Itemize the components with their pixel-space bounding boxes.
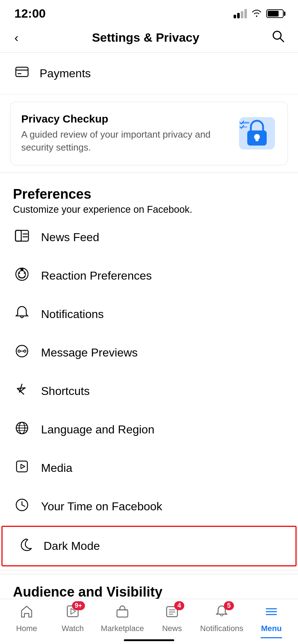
nav-marketplace[interactable]: Marketplace [101, 604, 144, 633]
nav-home[interactable]: Home [9, 604, 45, 633]
header: ‹ Settings & Privacy [0, 24, 298, 53]
privacy-card-image [237, 115, 277, 151]
status-bar: 12:00 [0, 0, 298, 24]
privacy-card-title: Privacy Checkup [21, 113, 230, 125]
svg-rect-8 [256, 137, 258, 141]
section-divider-2 [0, 570, 298, 570]
nav-notifications[interactable]: 5 Notifications [200, 604, 243, 633]
news-label: News [162, 624, 182, 633]
svg-rect-39 [117, 610, 128, 617]
message-icon [13, 343, 31, 363]
menu-label: Menu [261, 624, 281, 633]
globe-icon [13, 420, 31, 440]
dark-mode-menu-item[interactable]: Dark Mode [1, 526, 297, 566]
watch-icon: 9+ [66, 604, 80, 622]
bottom-nav: Home 9+ Watch Marketplace [0, 599, 298, 644]
svg-point-17 [21, 268, 23, 271]
svg-marker-33 [21, 464, 25, 469]
time-on-facebook-label: Your Time on Facebook [41, 500, 162, 513]
payments-menu-item[interactable]: Payments [0, 53, 298, 95]
marketplace-icon [115, 604, 130, 622]
home-icon [19, 604, 34, 622]
preferences-title: Preferences [13, 187, 285, 202]
privacy-checkup-card[interactable]: Privacy Checkup A guided review of your … [10, 102, 288, 165]
news-feed-menu-item[interactable]: News Feed [0, 218, 298, 257]
media-label: Media [41, 461, 72, 475]
status-icons [234, 9, 284, 19]
notifications-settings-icon [13, 304, 31, 324]
back-button[interactable]: ‹ [13, 29, 20, 46]
language-region-label: Language and Region [41, 423, 154, 436]
clock-icon [13, 497, 31, 516]
status-time: 12:00 [14, 6, 46, 20]
newsfeed-icon [13, 227, 31, 247]
search-button[interactable] [271, 29, 285, 46]
svg-point-16 [18, 271, 26, 278]
news-badge: 4 [174, 601, 184, 610]
nav-news[interactable]: 4 News [154, 604, 190, 633]
page-title: Settings & Privacy [92, 31, 199, 45]
reaction-preferences-menu-item[interactable]: Reaction Preferences [0, 257, 298, 295]
home-label: Home [16, 624, 37, 633]
nav-watch[interactable]: 9+ Watch [55, 604, 91, 633]
shortcuts-menu-item[interactable]: Shortcuts [0, 372, 298, 410]
moon-icon [15, 536, 33, 556]
wifi-icon [251, 9, 262, 19]
svg-rect-11 [15, 230, 28, 241]
dark-mode-label: Dark Mode [44, 539, 100, 553]
notifications-menu-item[interactable]: Notifications [0, 295, 298, 334]
svg-line-36 [22, 505, 25, 506]
shortcuts-label: Shortcuts [41, 385, 90, 398]
message-previews-menu-item[interactable]: Message Previews [0, 334, 298, 372]
news-feed-label: News Feed [41, 231, 99, 244]
marketplace-label: Marketplace [101, 624, 144, 633]
privacy-card-description: A guided review of your important privac… [21, 128, 230, 154]
payments-label: Payments [40, 67, 91, 80]
reaction-preferences-label: Reaction Preferences [41, 269, 152, 282]
nav-notifications-icon: 5 [215, 604, 229, 622]
language-region-menu-item[interactable]: Language and Region [0, 410, 298, 449]
svg-rect-12 [15, 230, 21, 241]
home-indicator [124, 639, 174, 641]
section-divider-1 [0, 172, 298, 173]
nav-menu[interactable]: Menu [253, 604, 289, 633]
news-icon: 4 [165, 604, 179, 622]
svg-line-1 [280, 38, 284, 42]
payments-icon [13, 64, 31, 83]
audience-title: Audience and Visibility [13, 584, 285, 600]
watch-label: Watch [62, 624, 84, 633]
message-previews-label: Message Previews [41, 346, 138, 359]
time-on-facebook-menu-item[interactable]: Your Time on Facebook [0, 487, 298, 526]
notifications-badge: 5 [224, 601, 234, 610]
media-menu-item[interactable]: Media [0, 449, 298, 487]
shortcuts-icon [13, 381, 31, 401]
reaction-icon [13, 266, 31, 286]
notifications-settings-label: Notifications [41, 308, 104, 321]
notifications-nav-label: Notifications [200, 624, 243, 633]
watch-badge: 9+ [72, 601, 85, 610]
menu-icon [264, 604, 279, 622]
battery-icon [266, 9, 284, 18]
svg-point-19 [24, 272, 25, 274]
preferences-subtitle: Customize your experience on Facebook. [13, 204, 285, 215]
preferences-section-header: Preferences Customize your experience on… [0, 176, 298, 218]
privacy-card-text: Privacy Checkup A guided review of your … [21, 113, 230, 154]
svg-rect-2 [16, 67, 28, 77]
svg-point-18 [19, 272, 20, 274]
media-icon [13, 458, 31, 478]
signal-icon [234, 9, 247, 18]
svg-rect-32 [17, 461, 27, 472]
